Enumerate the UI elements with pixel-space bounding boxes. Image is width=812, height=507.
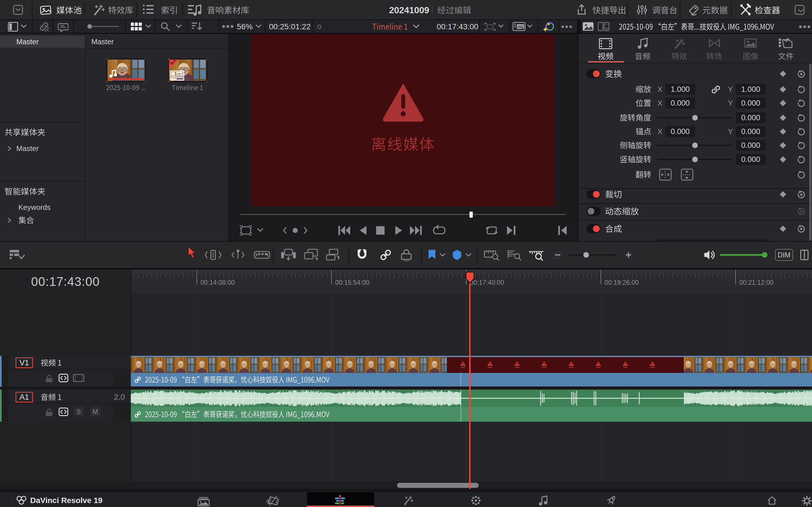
- svg-text:HQ: HQ: [518, 25, 523, 29]
